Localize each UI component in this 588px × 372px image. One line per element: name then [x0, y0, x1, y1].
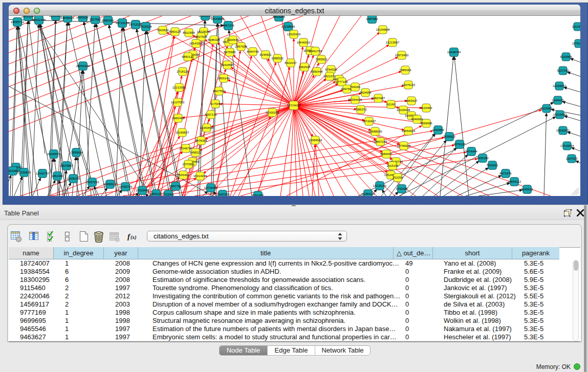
svg-text:1362615: 1362615	[298, 65, 311, 69]
svg-text:19166827: 19166827	[176, 131, 189, 134]
svg-text:12342757: 12342757	[36, 172, 50, 175]
svg-text:10973493: 10973493	[395, 54, 409, 57]
svg-text:16033809: 16033809	[211, 17, 225, 20]
svg-text:8761455: 8761455	[252, 194, 264, 196]
svg-text:9463627: 9463627	[405, 99, 418, 102]
svg-text:16210643: 16210643	[553, 113, 567, 116]
svg-text:8878354: 8878354	[195, 139, 207, 142]
svg-text:1451990: 1451990	[51, 174, 63, 178]
svg-text:7515524: 7515524	[140, 25, 152, 28]
svg-text:2867608: 2867608	[235, 45, 247, 48]
svg-text:9115460: 9115460	[421, 106, 433, 110]
svg-text:18807249: 18807249	[374, 140, 387, 143]
svg-text:16640910: 16640910	[297, 41, 311, 44]
svg-text:10961758: 10961758	[309, 50, 322, 53]
svg-text:1588520: 1588520	[271, 57, 284, 60]
svg-text:3824554: 3824554	[359, 91, 372, 94]
svg-text:1527602: 1527602	[89, 18, 101, 21]
svg-text:10654112: 10654112	[508, 180, 521, 183]
svg-text:6879197: 6879197	[453, 143, 466, 146]
svg-text:19384554: 19384554	[309, 139, 322, 142]
svg-text:19756928: 19756928	[397, 144, 411, 147]
svg-text:8813054: 8813054	[273, 16, 285, 18]
svg-text:9245612: 9245612	[521, 188, 533, 191]
svg-text:2803144: 2803144	[217, 77, 230, 80]
svg-text:12213967: 12213967	[386, 41, 400, 44]
svg-text:9827508: 9827508	[195, 35, 207, 38]
svg-text:8427552: 8427552	[213, 90, 225, 93]
svg-text:7857274: 7857274	[222, 24, 234, 27]
svg-text:1733426: 1733426	[396, 187, 408, 190]
svg-text:10653267: 10653267	[76, 16, 90, 19]
svg-text:20553346: 20553346	[21, 16, 35, 18]
svg-text:1570993: 1570993	[182, 163, 194, 166]
svg-text:6466160: 6466160	[102, 19, 114, 22]
svg-text:10807487: 10807487	[372, 97, 385, 100]
svg-text:16914479: 16914479	[193, 174, 207, 178]
svg-text:2718126: 2718126	[177, 70, 189, 73]
svg-text:1244415: 1244415	[552, 99, 564, 102]
svg-text:(x): (x)	[130, 234, 137, 240]
svg-text:7632621: 7632621	[486, 164, 498, 167]
svg-text:16107553: 16107553	[171, 101, 185, 104]
svg-text:1440954: 1440954	[432, 128, 444, 132]
svg-text:746266: 746266	[350, 85, 361, 89]
svg-text:1965493: 1965493	[172, 117, 184, 120]
svg-text:7663822: 7663822	[157, 29, 169, 32]
svg-text:13218506: 13218506	[281, 25, 295, 28]
svg-text:1904546: 1904546	[227, 38, 239, 41]
svg-text:10719155: 10719155	[116, 21, 129, 25]
svg-text:7386372: 7386372	[355, 108, 367, 111]
svg-text:17046766: 17046766	[179, 147, 193, 150]
svg-text:17957253: 17957253	[85, 181, 99, 184]
svg-text:9657791: 9657791	[169, 185, 182, 188]
svg-text:8322037: 8322037	[285, 61, 297, 64]
svg-text:13325419: 13325419	[287, 33, 301, 36]
svg-text:9777169: 9777169	[336, 80, 348, 83]
svg-text:29053346: 29053346	[76, 64, 90, 68]
svg-text:8215955: 8215955	[540, 107, 553, 110]
svg-text:15692971: 15692971	[556, 129, 570, 132]
svg-text:10688609: 10688609	[368, 130, 382, 133]
svg-text:17016504: 17016504	[560, 144, 574, 147]
svg-text:1167533: 1167533	[566, 157, 578, 160]
svg-text:1112430: 1112430	[572, 25, 580, 28]
svg-text:12156829: 12156829	[17, 171, 31, 174]
svg-text:8960124: 8960124	[169, 30, 181, 33]
svg-text:7723411: 7723411	[163, 193, 175, 196]
svg-text:9084067: 9084067	[380, 152, 393, 156]
svg-text:10958117: 10958117	[103, 183, 117, 186]
svg-text:9890122: 9890122	[182, 55, 194, 58]
svg-text:10347092: 10347092	[216, 193, 230, 196]
svg-text:16154808: 16154808	[376, 28, 390, 31]
svg-text:9242848: 9242848	[221, 63, 233, 67]
svg-text:19724007: 19724007	[287, 104, 301, 107]
svg-text:7625402: 7625402	[177, 173, 189, 177]
svg-text:14055712: 14055712	[11, 20, 25, 24]
svg-text:19975867: 19975867	[60, 164, 74, 167]
svg-text:9227343: 9227343	[557, 69, 569, 72]
svg-text:8186328: 8186328	[208, 38, 220, 41]
svg-text:14136141: 14136141	[373, 184, 387, 187]
svg-text:7955812: 7955812	[315, 58, 328, 61]
svg-text:12093872: 12093872	[553, 84, 567, 87]
svg-text:8471676: 8471676	[499, 172, 512, 175]
svg-text:7485063: 7485063	[399, 69, 411, 72]
svg-text:1615152: 1615152	[386, 164, 399, 167]
svg-text:8267130: 8267130	[205, 113, 217, 116]
svg-text:16648784: 16648784	[447, 51, 461, 54]
svg-text:19565021: 19565021	[61, 16, 75, 19]
svg-text:12213383: 12213383	[172, 86, 186, 89]
svg-text:15751074: 15751074	[572, 42, 580, 45]
svg-text:10025438: 10025438	[397, 108, 410, 112]
svg-text:6794028: 6794028	[325, 68, 337, 71]
svg-text:17859924: 17859924	[70, 151, 83, 154]
svg-text:15720407: 15720407	[362, 120, 376, 123]
svg-text:9699695: 9699695	[420, 122, 432, 125]
svg-text:6990448: 6990448	[311, 70, 323, 73]
svg-text:9474444: 9474444	[465, 150, 477, 153]
svg-text:20364436: 20364436	[349, 98, 362, 101]
svg-text:15300203: 15300203	[266, 111, 279, 114]
svg-text:19654923: 19654923	[402, 129, 416, 133]
svg-text:252254: 252254	[393, 176, 403, 179]
